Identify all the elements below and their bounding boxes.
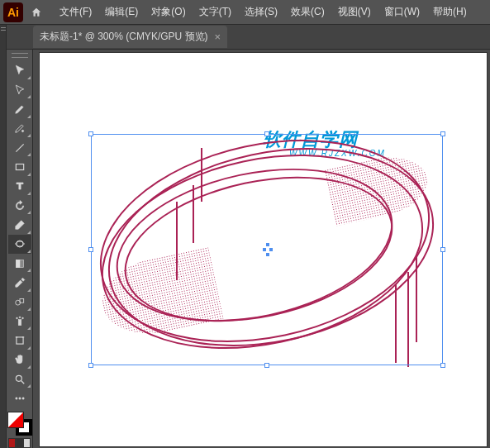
fill-swatch[interactable]: [7, 412, 24, 428]
svg-point-9: [16, 317, 17, 319]
app-icon: Ai: [3, 2, 23, 22]
rotate-tool[interactable]: [8, 196, 31, 215]
width-tool[interactable]: [8, 235, 31, 254]
blend-tool[interactable]: [8, 293, 31, 312]
panel-grip-icon[interactable]: [1, 27, 6, 31]
curvature-tool[interactable]: [8, 119, 31, 138]
svg-point-10: [19, 317, 21, 318]
svg-rect-5: [16, 260, 20, 267]
tab-title: 未标题-1* @ 300% (CMYK/GPU 预览): [40, 30, 208, 44]
toolbar-more[interactable]: [8, 388, 31, 407]
pen-tool[interactable]: [8, 99, 31, 118]
document-tab[interactable]: 未标题-1* @ 300% (CMYK/GPU 预览) ×: [33, 26, 227, 48]
artboard-tool[interactable]: [8, 331, 31, 350]
toolbar-grip-icon[interactable]: [12, 53, 28, 58]
symbol-sprayer-tool[interactable]: [8, 312, 31, 331]
zoom-tool[interactable]: [8, 369, 31, 388]
handle-ml[interactable]: [88, 247, 93, 252]
svg-rect-12: [16, 337, 22, 344]
menu-select[interactable]: 选择(S): [238, 5, 284, 19]
svg-line-16: [21, 380, 24, 384]
line-tool[interactable]: [8, 138, 31, 157]
tabbar: 未标题-1* @ 300% (CMYK/GPU 预览) ×: [0, 25, 490, 50]
direct-selection-tool[interactable]: [8, 80, 31, 99]
svg-point-18: [18, 398, 20, 399]
menu-edit[interactable]: 编辑(E): [98, 5, 145, 19]
handle-bl[interactable]: [88, 363, 93, 368]
menubar: Ai 文件(F) 编辑(E) 对象(O) 文字(T) 选择(S) 效果(C) 视…: [0, 0, 490, 25]
handle-mr[interactable]: [440, 247, 445, 252]
handle-bm[interactable]: [264, 363, 269, 368]
svg-point-11: [21, 317, 23, 319]
menu-file[interactable]: 文件(F): [53, 5, 98, 19]
toolbar: [7, 50, 33, 448]
swatch-a[interactable]: [8, 438, 16, 448]
svg-point-0: [21, 131, 23, 132]
handle-tr[interactable]: [440, 131, 445, 136]
home-icon[interactable]: [28, 4, 45, 21]
fill-stroke-control[interactable]: [7, 412, 32, 436]
menu-help[interactable]: 帮助(H): [426, 5, 473, 19]
rectangle-tool[interactable]: [8, 157, 31, 176]
handle-tm[interactable]: [264, 131, 269, 136]
handle-tl[interactable]: [88, 131, 93, 136]
menu-effect[interactable]: 效果(C): [284, 5, 331, 19]
menu-view[interactable]: 视图(V): [331, 5, 378, 19]
svg-rect-8: [18, 319, 21, 325]
menu-object[interactable]: 对象(O): [145, 5, 192, 19]
selection-bounding-box[interactable]: [91, 134, 443, 365]
eyedropper-tool[interactable]: [8, 273, 31, 292]
selection-tool[interactable]: [8, 61, 31, 80]
handle-br[interactable]: [440, 363, 445, 368]
svg-line-1: [16, 144, 23, 151]
type-tool[interactable]: [8, 177, 31, 196]
svg-point-19: [21, 398, 23, 399]
artboard[interactable]: 软件自学网 WWW.RJZXW.COM: [40, 53, 487, 446]
gradient-tool[interactable]: [8, 254, 31, 273]
swatch-b[interactable]: [16, 438, 23, 448]
canvas-area[interactable]: 软件自学网 WWW.RJZXW.COM: [33, 50, 490, 448]
panel-strip: [0, 25, 7, 448]
tab-close-icon[interactable]: ×: [215, 31, 221, 43]
swatch-c[interactable]: [23, 438, 31, 448]
svg-rect-2: [16, 164, 23, 170]
svg-point-15: [16, 375, 21, 381]
menu-window[interactable]: 窗口(W): [378, 5, 426, 19]
hand-tool[interactable]: [8, 350, 31, 369]
svg-point-17: [15, 398, 17, 399]
color-mode-swatches[interactable]: [8, 438, 31, 448]
menu-type[interactable]: 文字(T): [193, 5, 238, 19]
eraser-tool[interactable]: [8, 215, 31, 234]
